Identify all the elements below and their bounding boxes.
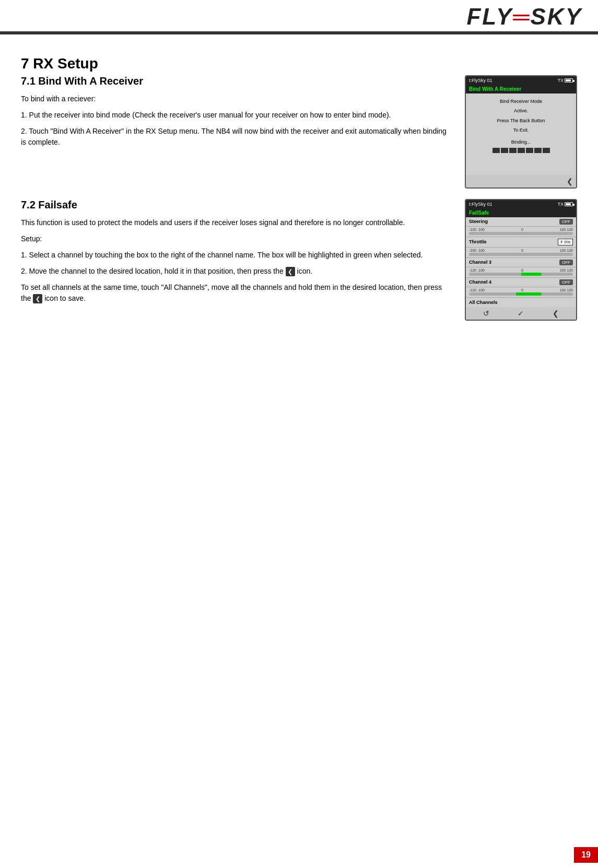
fs-tx-label: TX bbox=[557, 202, 564, 207]
save-icon-inline: ❮ bbox=[33, 294, 42, 303]
fs-chevron-icon[interactable]: ❮ bbox=[553, 309, 559, 318]
section-72-para2: Setup: bbox=[21, 233, 449, 244]
bind-line3: Press The Back Button bbox=[469, 117, 573, 124]
header-divider bbox=[0, 33, 598, 34]
page-number: 19 bbox=[574, 847, 598, 863]
battery-indicator: TX bbox=[557, 78, 573, 83]
slider-label-left: -120 -100 bbox=[469, 228, 485, 231]
para5-suffix: icon to save. bbox=[44, 294, 86, 302]
fs-check-icon[interactable]: ✓ bbox=[518, 309, 524, 318]
bind-screen-container: t:FlySky 01 TX Bind With A Receiver Bind… bbox=[465, 75, 577, 189]
bind-screen-footer: ❮ bbox=[466, 175, 576, 187]
fs-ch3-label: Channel 3 bbox=[469, 260, 491, 265]
section-71-text: 7.1 Bind With A Receiver To bind with a … bbox=[21, 75, 449, 153]
para4-suffix: icon. bbox=[297, 267, 313, 275]
bind-line2: Active. bbox=[469, 107, 573, 114]
section-71-para3: 2. Touch "Bind With A Receiver" in the R… bbox=[21, 126, 449, 148]
screen-title-bar: Bind With A Receiver bbox=[466, 85, 576, 93]
th-slider-label-right: 100 120 bbox=[560, 249, 573, 252]
section-71-para2: 1. Put the receiver into bind mode (Chec… bbox=[21, 110, 449, 121]
fs-steering-label: Steering bbox=[469, 219, 488, 224]
fs-throttle-slider: -100 -100 0 100 120 bbox=[466, 248, 576, 258]
failsafe-screen-container: t:FlySky 01 TX FailSafe Steering OFF bbox=[465, 199, 577, 321]
fs-ch4-slider-labels: -120 -100 0 100 120 bbox=[469, 288, 573, 292]
fs-throttle-row[interactable]: Throttle F 0% bbox=[466, 237, 576, 248]
battery-icon bbox=[565, 78, 573, 83]
fs-ch4-track bbox=[469, 292, 573, 296]
back-icon-inline: ❮ bbox=[286, 267, 295, 276]
bind-bar-6 bbox=[534, 148, 542, 153]
fs-ch4-value: OFF bbox=[559, 279, 573, 285]
bind-progress-bars bbox=[469, 148, 573, 153]
slider-label-center: 0 bbox=[521, 228, 523, 231]
section-71-para1: To bind with a reciever: bbox=[21, 93, 449, 104]
fs-status-bar: t:FlySky 01 TX bbox=[466, 200, 576, 208]
bind-line4: To Exit. bbox=[469, 126, 573, 134]
fs-battery: TX bbox=[557, 202, 573, 207]
fs-ch3-slider: -120 -100 0 100 120 bbox=[466, 267, 576, 278]
section-72: 7.2 Failsafe This function is used to pr… bbox=[0, 199, 598, 331]
fs-ch3-fill bbox=[521, 273, 542, 276]
back-chevron-icon[interactable]: ❮ bbox=[567, 177, 573, 185]
para4-text: 2. Move the channel to the desired locat… bbox=[21, 267, 284, 275]
ch3-slider-center: 0 bbox=[521, 268, 523, 272]
fs-steering-value: OFF bbox=[559, 219, 573, 225]
screen-device-name: t:FlySky 01 bbox=[469, 78, 493, 83]
fs-ch3-row[interactable]: Channel 3 OFF bbox=[466, 258, 576, 267]
fs-steering-track bbox=[469, 232, 573, 235]
section-subtitle-71: 7.1 Bind With A Receiver bbox=[21, 75, 449, 87]
ch3-slider-right: 100 120 bbox=[560, 268, 573, 272]
bind-bar-1 bbox=[493, 148, 500, 153]
fs-throttle-track bbox=[469, 253, 573, 256]
section-72-para1: This function is used to protect the mod… bbox=[21, 217, 449, 228]
fs-steering-slider: -120 -100 0 100 120 bbox=[466, 227, 576, 237]
fs-throttle-slider-labels: -100 -100 0 100 120 bbox=[469, 249, 573, 252]
section-subtitle-72: 7.2 Failsafe bbox=[21, 199, 449, 211]
th-slider-label-left: -100 -100 bbox=[469, 249, 485, 252]
ch3-slider-left: -120 -100 bbox=[469, 268, 485, 272]
fs-ch3-value: OFF bbox=[559, 260, 573, 265]
fs-throttle-label: Throttle bbox=[469, 239, 487, 244]
section-72-para5: To set all channels at the same time, to… bbox=[21, 282, 449, 304]
th-slider-label-center: 0 bbox=[521, 249, 523, 252]
fs-all-channels-label[interactable]: All Channels bbox=[466, 298, 576, 307]
section-71: 7 RX Setup 7.1 Bind With A Receiver To b… bbox=[0, 45, 598, 199]
fs-ch4-slider: -120 -100 0 100 120 bbox=[466, 287, 576, 298]
bind-bar-4 bbox=[518, 148, 525, 153]
fs-battery-icon bbox=[565, 202, 573, 206]
page-header: FLY═SKY bbox=[0, 0, 598, 33]
fs-ch4-row[interactable]: Channel 4 OFF bbox=[466, 278, 576, 287]
fs-ch3-track bbox=[469, 273, 573, 276]
bind-screen-body: Bind Receiver Mode Active. Press The Bac… bbox=[466, 93, 576, 175]
ch4-slider-right: 100 120 bbox=[560, 288, 573, 292]
fs-steering-slider-labels: -120 -100 0 100 120 bbox=[469, 228, 573, 231]
fs-back-icon[interactable]: ↺ bbox=[483, 309, 489, 318]
fs-throttle-value: F 0% bbox=[558, 239, 573, 245]
fs-screen-footer: ↺ ✓ ❮ bbox=[466, 307, 576, 320]
ch4-slider-left: -120 -100 bbox=[469, 288, 485, 292]
bind-line1: Bind Receiver Mode bbox=[469, 98, 573, 105]
bind-line5: Binding... bbox=[469, 138, 573, 146]
logo: FLY═SKY bbox=[466, 5, 582, 31]
section-72-para4: 2. Move the channel to the desired locat… bbox=[21, 266, 449, 277]
bind-bar-5 bbox=[526, 148, 533, 153]
section-72-para3: 1. Select a channel by touching the box … bbox=[21, 250, 449, 261]
failsafe-device-screen: t:FlySky 01 TX FailSafe Steering OFF bbox=[465, 199, 577, 321]
bind-spacer bbox=[469, 155, 573, 171]
fs-ch4-label: Channel 4 bbox=[469, 279, 491, 285]
fs-ch3-slider-labels: -120 -100 0 100 120 bbox=[469, 268, 573, 272]
fs-screen-title: FailSafe bbox=[466, 208, 576, 217]
screen-status-bar: t:FlySky 01 TX bbox=[466, 76, 576, 85]
section-title-7: 7 RX Setup bbox=[21, 55, 577, 72]
section-72-text: 7.2 Failsafe This function is used to pr… bbox=[21, 199, 449, 309]
battery-fill bbox=[566, 79, 571, 81]
bind-bar-3 bbox=[509, 148, 517, 153]
bind-bar-7 bbox=[543, 148, 550, 153]
fs-battery-fill bbox=[566, 203, 571, 205]
bind-device-screen: t:FlySky 01 TX Bind With A Receiver Bind… bbox=[465, 75, 577, 189]
bind-bar-2 bbox=[501, 148, 508, 153]
fs-device-name: t:FlySky 01 bbox=[469, 202, 493, 207]
fs-steering-row[interactable]: Steering OFF bbox=[466, 217, 576, 227]
tx-label: TX bbox=[557, 78, 564, 83]
fs-ch4-fill bbox=[516, 292, 542, 296]
